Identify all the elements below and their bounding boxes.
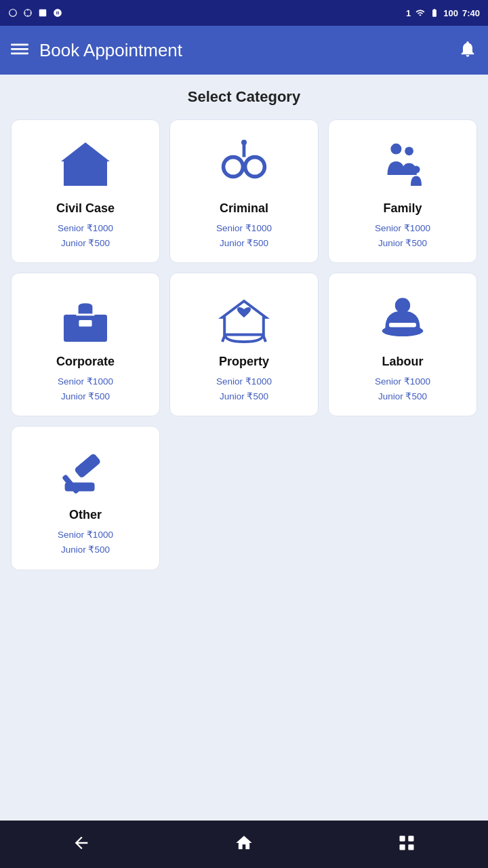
svg-line-17 [222,335,225,342]
page-title: Book Appointment [39,40,447,61]
svg-line-18 [263,335,266,342]
bell-icon[interactable] [458,39,477,61]
app-bar: Book Appointment [0,26,488,75]
svg-rect-26 [400,836,405,842]
hamburger-icon[interactable] [11,40,28,60]
criminal-label: Criminal [220,201,268,216]
property-label: Property [219,355,269,369]
labour-icon [372,287,433,348]
svg-rect-29 [408,844,413,850]
svg-marker-16 [222,301,266,335]
other-price: Senior ₹1000 Junior ₹500 [58,528,113,557]
property-price: Senior ₹1000 Junior ₹500 [216,374,272,403]
time: 7:40 [462,8,480,18]
content-area: Select Category Civil Case Senior ₹1000 … [0,75,488,821]
svg-rect-2 [11,48,28,50]
family-icon [372,134,433,195]
corporate-icon [55,287,116,348]
civil-price: Senior ₹1000 Junior ₹500 [58,221,113,250]
category-card-criminal[interactable]: Criminal Senior ₹1000 Junior ₹500 [169,119,319,263]
svg-rect-28 [400,844,405,850]
svg-rect-27 [408,836,413,842]
category-card-property[interactable]: Property Senior ₹1000 Junior ₹500 [169,273,319,416]
section-title: Select Category [11,88,477,106]
svg-point-13 [412,165,420,173]
battery-level: 100 [443,8,458,18]
property-icon [214,287,274,348]
svg-rect-15 [79,320,92,327]
civil-icon [55,134,116,195]
category-card-family[interactable]: Family Senior ₹1000 Junior ₹500 [328,119,477,263]
other-label: Other [69,508,102,522]
svg-rect-5 [79,172,93,186]
category-card-labour[interactable]: Labour Senior ₹1000 Junior ₹500 [328,273,477,416]
civil-label: Civil Case [56,201,115,216]
criminal-price: Senior ₹1000 Junior ₹500 [216,221,272,250]
svg-point-12 [405,146,413,155]
corporate-price: Senior ₹1000 Junior ₹500 [58,374,113,403]
svg-rect-23 [74,453,102,479]
category-card-other[interactable]: Other Senior ₹1000 Junior ₹500 [11,426,160,570]
labour-label: Labour [382,355,424,369]
corporate-label: Corporate [56,355,115,369]
home-button[interactable] [235,833,253,855]
category-grid-bottom: Other Senior ₹1000 Junior ₹500 [11,426,477,570]
svg-rect-0 [39,9,47,17]
recents-button[interactable] [397,833,416,855]
svg-rect-25 [65,483,95,492]
svg-rect-14 [64,315,107,342]
category-card-civil[interactable]: Civil Case Senior ₹1000 Junior ₹500 [11,119,160,263]
svg-point-7 [245,157,265,177]
status-bar: 1 100 7:40 [0,0,488,26]
labour-price: Senior ₹1000 Junior ₹500 [375,374,430,403]
svg-rect-3 [11,52,28,54]
svg-point-10 [241,140,247,145]
category-card-corporate[interactable]: Corporate Senior ₹1000 Junior ₹500 [11,273,160,416]
sim-indicator: 1 [406,8,411,18]
criminal-icon [214,134,274,195]
family-label: Family [383,201,422,216]
bottom-nav [0,821,488,868]
svg-point-22 [395,298,410,313]
svg-point-6 [224,157,243,177]
other-icon [55,440,116,501]
back-button[interactable] [72,833,91,855]
category-grid: Civil Case Senior ₹1000 Junior ₹500 Crim… [11,119,477,416]
svg-rect-20 [389,323,416,327]
svg-rect-1 [11,43,28,45]
svg-point-11 [390,144,401,155]
family-price: Senior ₹1000 Junior ₹500 [375,221,430,250]
